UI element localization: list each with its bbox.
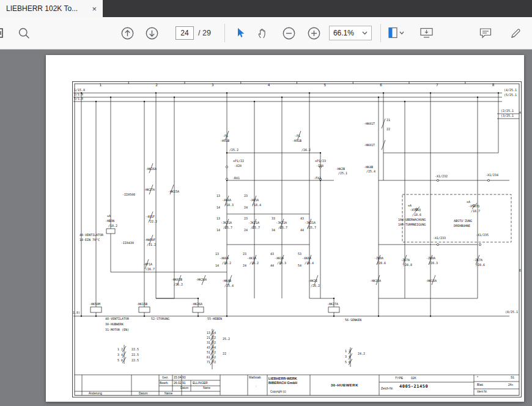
zeichnr-label: Zeich-Nr. xyxy=(381,387,393,390)
schematic-label: =A xyxy=(467,201,470,204)
grid-column-number: 3 xyxy=(185,83,241,87)
schematic-label: -ZK7A xyxy=(473,259,482,262)
pdf-page: 12345678 1/15.82/1.85/1.8(4/25.1(5/25.1(… xyxy=(46,55,524,402)
schematic-label: -XK1A xyxy=(247,257,256,260)
hand-tool-button[interactable] xyxy=(256,26,269,40)
pencil-button[interactable] xyxy=(509,26,523,40)
schematic-label: -XK4A xyxy=(222,199,231,202)
schematic-label: /22.2 xyxy=(148,220,157,223)
schematic-label: -4Q1F xyxy=(146,215,155,218)
grid-column-number: 2 xyxy=(128,83,185,87)
tab-bar: LIEBHERR 102K To... × xyxy=(0,0,532,17)
schematic-label: 3 4 xyxy=(345,355,350,358)
comment-bubble-icon xyxy=(478,26,493,40)
schematic-label: -P1 xyxy=(295,135,300,138)
schematic-label: -FX1 xyxy=(314,177,321,180)
schematic-label: -JK21A xyxy=(248,221,259,224)
schematic-label: 5 6 xyxy=(117,359,123,362)
schematic-label: E xyxy=(519,269,521,272)
schematic-label: -ZK7A xyxy=(401,259,410,262)
schematic-label: 22 xyxy=(223,352,226,355)
schematic-label: 5 6 xyxy=(345,361,350,364)
zoom-in-button[interactable] xyxy=(306,26,322,41)
select-tool-button[interactable] xyxy=(234,26,247,40)
bearb-date: 26.02.91 xyxy=(174,382,185,385)
grid-column-number: 7 xyxy=(409,83,465,87)
schematic-label: /25.1 xyxy=(338,172,347,175)
schematic-label: 13 xyxy=(215,253,219,256)
schematic-label: /18.2 xyxy=(249,262,259,265)
schematic-label: -X20 xyxy=(234,164,242,168)
schematic-label: A xyxy=(519,111,521,114)
schematic-label: 53 xyxy=(298,253,301,256)
grid-column-number: 5 xyxy=(297,83,353,87)
schematic-label: 22.5 xyxy=(131,359,139,362)
zoom-level-select[interactable]: 66.1% xyxy=(329,26,372,40)
pencil-icon xyxy=(509,26,523,40)
document-area[interactable]: 12345678 1/15.82/1.85/1.8(4/25.1(5/25.1(… xyxy=(0,50,532,406)
company-line1: LIEBHERR-WERK xyxy=(268,377,297,381)
panel-toggle-button[interactable] xyxy=(0,26,6,40)
schematic-label: 44 xyxy=(270,264,274,267)
schematic-label: 61 62 xyxy=(207,356,216,359)
schematic-label: -ZK8A xyxy=(374,257,383,260)
schematic-label: -HS1B xyxy=(220,139,229,142)
schematic-label: -HK4B xyxy=(222,279,231,282)
schematic-label: (2/25.1 xyxy=(501,109,514,113)
fit-width-icon xyxy=(419,26,434,40)
zoom-out-button[interactable] xyxy=(281,26,297,41)
schematic-label: 43 xyxy=(270,253,274,256)
schematic-label: 1 2 xyxy=(117,348,123,351)
schematic-label: -HK27A xyxy=(144,188,155,191)
schematic-label: 33 xyxy=(272,217,275,220)
schematic-label: 1.8) xyxy=(73,311,80,314)
schematic-label: 13 xyxy=(216,217,220,220)
schematic-label: /28.3 xyxy=(429,262,438,265)
search-button[interactable] xyxy=(15,26,33,40)
schematic-label: -HK26A xyxy=(146,168,157,171)
schematic-label: /26.2 xyxy=(174,283,183,286)
schematic-label: 31-MOTOR (EN) xyxy=(105,328,129,331)
schematic-label: 104-UBERWACHUNG xyxy=(398,218,426,221)
tab-close-icon[interactable]: × xyxy=(92,5,97,13)
schematic-label: 30-HUBWERK xyxy=(105,323,124,326)
schematic-label: (3/25.1 xyxy=(501,114,514,117)
fit-width-button[interactable] xyxy=(419,26,434,40)
schematic-label: -II0430 xyxy=(121,242,134,245)
page-number-input[interactable] xyxy=(175,26,194,40)
previous-page-button[interactable] xyxy=(120,26,135,41)
schematic-label: 23 xyxy=(243,253,246,256)
schematic-label: -HK26A xyxy=(191,303,202,306)
schematic-label: 51 52 xyxy=(207,351,216,354)
schematic-label: /28.6 xyxy=(377,262,386,265)
schematic-label: 21 22 xyxy=(207,336,216,339)
schematic-label: /26.2 xyxy=(311,284,320,287)
schematic-label: 18-EIN 70°C xyxy=(79,238,100,242)
schematic-label: 1 2 xyxy=(345,350,350,353)
schematic-label: 5/1.8 xyxy=(74,97,83,100)
schematic-label: 24.2 xyxy=(358,352,365,355)
comment-button[interactable] xyxy=(478,26,493,40)
schematic-label: ABSTU'ZUNG xyxy=(454,220,472,223)
schematic-label: 22 xyxy=(386,128,390,131)
schematic-label: 14 xyxy=(216,229,220,232)
schematic-label: 55-HEBEN xyxy=(207,317,222,320)
schematic-label: -X1/234 xyxy=(486,174,498,177)
next-page-button[interactable] xyxy=(144,26,160,41)
schematic-label: -HS1B xyxy=(292,139,301,142)
grid-column-number: 4 xyxy=(241,83,297,87)
panel-clipped-icon xyxy=(0,26,6,40)
hand-icon xyxy=(256,26,269,40)
schematic-label: -HW50F xyxy=(144,238,155,242)
document-tab[interactable]: LIEBHERR 102K To... × xyxy=(0,0,103,17)
schematic-label: =A xyxy=(107,215,111,218)
schematic-label: 22.5 xyxy=(131,348,139,351)
schematic-label: -XK6A xyxy=(302,257,311,260)
schematic-label: 34 xyxy=(272,229,275,232)
page-display-button[interactable] xyxy=(387,26,405,40)
gez-label: Gez. xyxy=(162,376,169,379)
schematic-label: =P1/22 xyxy=(233,160,244,163)
bearb-label: Bearb. xyxy=(160,382,169,385)
schematic-label: 23 xyxy=(244,194,248,197)
schematic-label: -HK15A xyxy=(370,279,381,282)
